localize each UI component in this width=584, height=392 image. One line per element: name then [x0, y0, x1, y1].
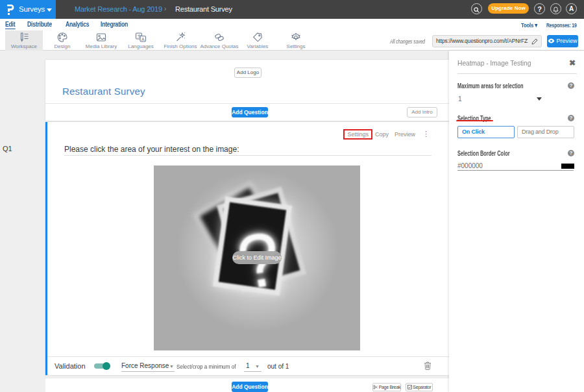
svg-text:A: A	[141, 37, 145, 42]
